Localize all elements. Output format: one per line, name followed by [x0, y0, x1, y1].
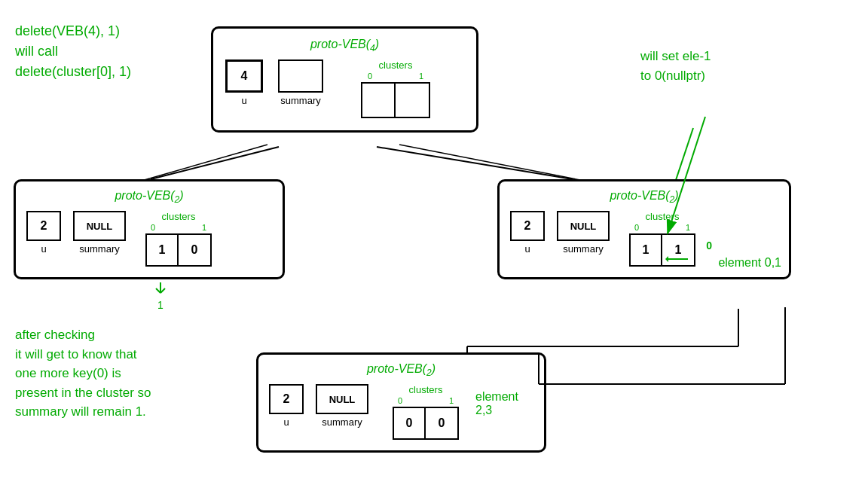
top-veb-summary-label: summary [280, 95, 320, 106]
mid-right-clusters-wrapper: clusters 0 1 1 1 [629, 211, 695, 267]
bottom-annotation-line2: it will get to know that [15, 345, 151, 364]
top-veb-clusters-wrapper: clusters 0 1 [361, 59, 430, 118]
mid-right-summary-value: NULL [570, 221, 597, 232]
bottom-cell1-value: 0 [439, 416, 445, 430]
bottom-annotation-line4: present in the cluster so [15, 383, 151, 403]
top-veb-u-value: 4 [241, 69, 248, 83]
mid-right-u-value: 2 [524, 219, 531, 233]
bottom-summary-wrapper: NULL summary [316, 384, 368, 428]
mid-right-element-label: element 0,1 [718, 256, 781, 270]
bottom-annotation-line3: one more key(0) is [15, 364, 151, 383]
mid-right-side-note-value: 0 [706, 239, 712, 252]
mid-right-clusters-label: clusters [646, 211, 680, 222]
top-left-annotation: delete(VEB(4), 1) will call delete(clust… [15, 21, 131, 82]
mid-right-veb-box: proto-VEB(2) 2 u NULL summary clusters 0… [497, 179, 791, 279]
diagram-container: delete(VEB(4), 1) will call delete(clust… [0, 0, 868, 488]
mid-right-veb-title: proto-VEB(2) [510, 189, 778, 205]
bottom-cluster-cells: 0 0 [393, 407, 459, 440]
bottom-u-wrapper: 2 u [269, 384, 304, 428]
mid-left-summary-box: NULL [73, 211, 126, 241]
top-veb-cluster-cells [361, 82, 430, 118]
mid-right-idx1: 1 [686, 223, 690, 232]
mid-left-cell0: 1 [147, 235, 179, 265]
mid-right-arrow [665, 253, 688, 267]
right-annotation-line1: will set ele-1 [640, 47, 711, 66]
mid-left-veb-box: proto-VEB(2) 2 u NULL summary clusters 0… [14, 179, 285, 279]
mid-left-arrow-label: 1 [157, 299, 164, 311]
mid-right-cell0: 1 [631, 235, 662, 265]
top-veb-clusters-label: clusters [379, 59, 413, 71]
svg-line-12 [142, 145, 267, 181]
top-veb-idx0: 0 [368, 72, 372, 81]
mid-right-cell0-value: 1 [643, 243, 649, 257]
mid-left-clusters-wrapper: clusters 0 1 1 0 [145, 211, 212, 267]
mid-left-cell1: 0 [179, 235, 210, 265]
mid-right-idx0: 0 [634, 223, 639, 232]
bottom-cell1: 0 [426, 408, 457, 438]
mid-left-u-label: u [41, 243, 46, 255]
mid-left-summary-label: summary [79, 243, 119, 255]
mid-right-u-wrapper: 2 u [510, 211, 545, 255]
bottom-summary-box: NULL [316, 384, 368, 414]
top-veb-u-box: 4 [225, 59, 263, 93]
mid-left-veb-title: proto-VEB(2) [26, 189, 272, 205]
mid-left-clusters-label: clusters [162, 211, 196, 222]
bottom-clusters-wrapper: clusters 0 1 0 0 [393, 384, 459, 440]
bottom-idx0: 0 [398, 396, 402, 405]
mid-left-summary-value: NULL [87, 221, 113, 232]
bottom-left-annotation: after checking it will get to know that … [15, 325, 151, 422]
top-veb-title: proto-VEB(4) [225, 38, 464, 53]
bottom-cell0: 0 [394, 408, 426, 438]
bottom-veb-title: proto-VEB(2) [269, 362, 533, 378]
mid-left-cell0-value: 1 [159, 243, 166, 257]
mid-right-arrow-svg [665, 255, 688, 264]
mid-left-arrow-note: 1 [154, 282, 167, 311]
mid-left-cell1-value: 0 [191, 243, 198, 257]
annotation-line2: will call [15, 41, 131, 62]
bottom-clusters-label: clusters [409, 384, 443, 395]
bottom-u-label: u [283, 416, 289, 428]
bottom-veb-box: proto-VEB(2) 2 u NULL summary clusters 0… [256, 352, 546, 453]
bottom-annotation-line1: after checking [15, 325, 151, 345]
svg-line-0 [151, 147, 279, 179]
mid-left-u-box: 2 [26, 211, 61, 241]
mid-left-u-wrapper: 2 u [26, 211, 61, 255]
top-veb-u-wrapper: 4 u [225, 59, 263, 106]
annotation-line1: delete(VEB(4), 1) [15, 21, 131, 41]
top-veb-summary-wrapper: summary [278, 59, 323, 106]
bottom-cell0-value: 0 [406, 416, 413, 430]
top-veb-idx1: 1 [419, 72, 423, 81]
top-veb-cell0 [362, 84, 396, 117]
svg-line-1 [377, 147, 573, 179]
bottom-idx1: 1 [449, 396, 454, 405]
annotation-line3: delete(cluster[0], 1) [15, 62, 131, 82]
top-veb-box: proto-VEB(4) 4 u summary clusters 0 1 [211, 26, 478, 133]
svg-marker-11 [665, 256, 668, 262]
bottom-summary-label: summary [322, 416, 362, 428]
mid-left-idx0: 0 [151, 223, 155, 232]
mid-left-u-value: 2 [41, 219, 47, 233]
mid-right-u-box: 2 [510, 211, 545, 241]
mid-right-u-label: u [524, 243, 530, 255]
top-veb-u-label: u [241, 95, 246, 106]
mid-right-summary-wrapper: NULL summary [557, 211, 610, 255]
bottom-element-label: element 2,3 [475, 390, 533, 417]
mid-left-summary-wrapper: NULL summary [73, 211, 126, 255]
bottom-summary-value: NULL [329, 394, 356, 405]
right-annotation-line2: to 0(nullptr) [640, 66, 711, 86]
mid-left-cluster-cells: 1 0 [145, 233, 212, 267]
top-veb-cell1 [396, 84, 429, 117]
svg-line-13 [399, 145, 584, 181]
mid-right-summary-label: summary [563, 243, 603, 255]
top-veb-summary-box [278, 59, 323, 93]
bottom-u-value: 2 [283, 392, 290, 406]
mid-right-side-note: 0 [706, 239, 712, 252]
mid-right-summary-box: NULL [557, 211, 610, 241]
mid-left-arrow-svg [154, 282, 167, 299]
right-annotation: will set ele-1 to 0(nullptr) [640, 47, 711, 85]
mid-left-idx1: 1 [202, 223, 206, 232]
bottom-annotation-line5: summary will remain 1. [15, 402, 151, 422]
bottom-u-box: 2 [269, 384, 304, 414]
